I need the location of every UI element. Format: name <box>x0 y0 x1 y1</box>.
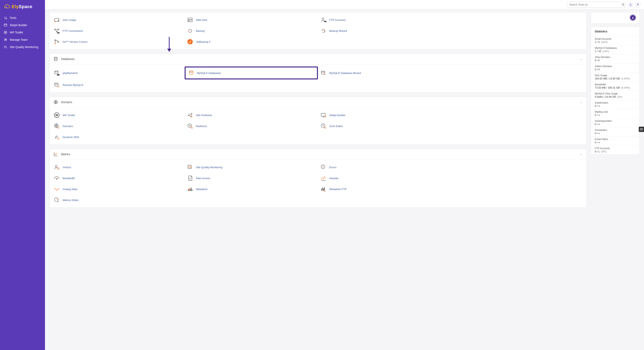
domains-header[interactable]: Domains ︿ <box>50 97 586 108</box>
webalizer-ftp-icon: FTP <box>320 186 327 192</box>
tool-redirects[interactable]: Redirects <box>184 120 318 132</box>
floating-analytics-button[interactable] <box>639 127 644 132</box>
tool-label: WP Toolkit <box>62 114 75 117</box>
tool-wp-toolkit[interactable]: WWP Toolkit <box>51 110 184 120</box>
tool-ftp-accounts[interactable]: FTPFTP Accounts <box>318 14 451 25</box>
stat-label: Addon Domains <box>595 65 636 68</box>
user-menu-button[interactable] <box>635 2 640 7</box>
zone-editor-icon <box>320 122 327 130</box>
ftp-conn-icon: FTP <box>53 27 60 34</box>
tool-web-disk[interactable]: Web Disk <box>184 14 318 25</box>
metrics-header[interactable]: Metrics ︿ <box>50 149 586 160</box>
search-icon[interactable] <box>622 3 624 6</box>
nav-sitejet[interactable]: Sitejet Builder <box>0 22 45 29</box>
tool-jetbackup[interactable]: JetBackup 5 <box>184 36 318 47</box>
svg-rect-54 <box>188 189 189 191</box>
tool-label: Site Publisher <box>196 114 212 117</box>
ddns-icon <box>53 134 60 140</box>
tool-backup-wizard[interactable]: Backup Wizard <box>318 25 451 36</box>
tool-visitors[interactable]: Visitors <box>51 162 184 173</box>
files-section-body: Disk Usage Web Disk FTPFTP Accounts FTPF… <box>50 12 586 50</box>
search-input[interactable] <box>567 2 626 8</box>
tool-label: Domains <box>62 125 73 128</box>
stat-row: Autoresponders0 / ∞ <box>591 118 639 127</box>
tool-sitejet-builder[interactable]: Sitejet Builder <box>318 110 451 120</box>
stat-row: Addon Domains0 / 0 <box>591 63 639 72</box>
webalizer-icon <box>187 186 194 192</box>
databases-header[interactable]: Databases ︿ <box>50 54 586 64</box>
stat-label: MySQL® Disk Usage <box>595 92 636 95</box>
tool-label: FTP Connections <box>62 30 83 32</box>
remote-mysql-icon <box>53 82 60 88</box>
svg-rect-57 <box>191 188 192 191</box>
tool-analog-stats[interactable]: Analog Stats <box>51 184 184 194</box>
tool-git[interactable]: Git™ Version Control <box>51 36 184 47</box>
svg-point-47 <box>55 165 57 167</box>
stat-value: 0 / ∞ <box>595 123 636 126</box>
stat-value: 73.53 MB / 195.31 GB(0.04%) <box>595 86 636 89</box>
stat-label: Email Filters <box>595 138 636 141</box>
nav-manage-team[interactable]: Manage Team <box>0 36 45 43</box>
tool-label: Web Disk <box>196 18 207 22</box>
svg-point-45 <box>324 127 326 129</box>
tool-backup[interactable]: Backup <box>184 25 318 36</box>
statistics-title: Statistics <box>591 27 639 36</box>
tool-ftp-connections[interactable]: FTPFTP Connections <box>51 25 184 36</box>
wordpress-icon: W <box>4 30 7 34</box>
brand-logo[interactable]: e ElySpace <box>0 2 45 14</box>
tool-site-publisher[interactable]: Site Publisher <box>184 110 318 120</box>
raw-access-icon <box>187 175 194 182</box>
notifications-button[interactable] <box>628 2 633 7</box>
stat-label: Email Accounts <box>595 38 636 40</box>
databases-section: Databases ︿ phpphpMyAdmin MySQL® Databas… <box>50 54 586 92</box>
svg-text:FTP: FTP <box>324 21 326 22</box>
tool-awstats[interactable]: Awstats <box>318 173 451 184</box>
tool-mysql-wizard[interactable]: MySQL® Database Wizard <box>318 66 451 80</box>
stat-row: Alias Domains0 / 0 <box>591 54 639 63</box>
stat-label: Forwarders <box>595 129 636 132</box>
svg-text:W: W <box>55 114 58 117</box>
stat-percent: (10%) <box>602 50 609 53</box>
stat-label: MySQL® Databases <box>595 46 636 50</box>
tool-webalizer-ftp[interactable]: FTPWebalizer FTP <box>318 184 451 194</box>
statistics-panel: Statistics Email Accounts1 / 5(20%)MySQL… <box>591 27 640 155</box>
errors-icon <box>320 164 327 171</box>
nav-label: Site Quality Monitoring <box>10 46 38 49</box>
publisher-icon <box>187 112 194 118</box>
tool-label: Disk Usage <box>62 18 76 22</box>
tool-zone-editor[interactable]: Zone Editor <box>318 120 451 132</box>
domains-section: Domains ︿ WWP Toolkit Site Publisher Sit… <box>50 97 586 145</box>
stat-percent: (0%) <box>601 150 606 153</box>
tool-errors[interactable]: Errors <box>318 162 451 173</box>
tool-domains[interactable]: Domains <box>51 120 184 132</box>
tool-phpmyadmin[interactable]: phpphpMyAdmin <box>51 66 184 80</box>
tool-remote-mysql[interactable]: Remote MySQL® <box>51 80 184 90</box>
tool-bandwidth[interactable]: Bandwidth <box>51 173 184 184</box>
tool-webalizer[interactable]: Webalizer <box>184 184 318 194</box>
svg-point-53 <box>56 178 57 179</box>
backup-icon <box>187 27 194 34</box>
domains-icon <box>53 122 60 130</box>
tool-label: Dynamic DNS <box>62 136 79 138</box>
tool-raw-access[interactable]: Raw Access <box>184 173 318 184</box>
tool-dynamic-dns[interactable]: Dynamic DNS <box>51 132 184 142</box>
svg-point-5 <box>5 39 6 40</box>
nav-wptoolkit[interactable]: W WP Toolkit <box>0 29 45 36</box>
svg-point-27 <box>55 71 58 72</box>
jetbackup-icon <box>187 38 194 45</box>
nav-tools[interactable]: Tools <box>0 14 45 22</box>
tool-disk-usage[interactable]: Disk Usage <box>51 14 184 25</box>
svg-rect-59 <box>322 189 322 190</box>
tool-sqm[interactable]: Site Quality Monitoring <box>184 162 318 173</box>
tool-label: JetBackup 5 <box>196 40 210 43</box>
nav-sqm[interactable]: Site Quality Monitoring <box>0 43 45 51</box>
tool-metrics-editor[interactable]: Metrics Editor <box>51 194 184 206</box>
nav-label: Sitejet Builder <box>10 24 27 27</box>
stat-value: 0 / ∞ <box>595 132 636 135</box>
tool-mysql-databases[interactable]: MySQL® Databases <box>184 66 318 80</box>
tool-label: Webalizer FTP <box>329 188 347 191</box>
svg-rect-61 <box>323 188 324 190</box>
stat-label: Mailing Lists <box>595 110 636 113</box>
database-section-icon <box>53 56 58 62</box>
svg-point-24 <box>58 41 59 42</box>
